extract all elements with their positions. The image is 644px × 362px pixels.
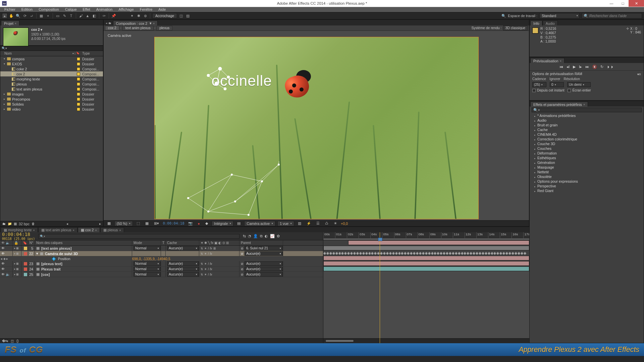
rotate-tool[interactable]: ⤾ [29,13,34,18]
stamp-tool[interactable]: ▲ [85,13,90,18]
viewer-alpha-icon[interactable]: ▩ [106,221,112,226]
timeline-layers[interactable]: 👁▸ ▦5 ▦ [text anim plexus]Normal▾Aucun(e… [0,246,323,338]
timeline-layer[interactable]: 👁▸ ▦5 ▦ [text anim plexus]Normal▾Aucun(e… [0,246,323,251]
project-item[interactable]: morphing texteComposi... [0,76,103,81]
ram-preview-btn[interactable]: ⏵⏵ [607,65,614,69]
effects-category[interactable]: Netteté [530,170,644,174]
timeline-search[interactable]: 🔍▾ [38,234,239,239]
project-item[interactable]: ▸SolidesDossier [0,102,103,107]
motion-blur-icon[interactable]: ◐ [265,234,268,238]
next-frame-btn[interactable]: Ⅰ▸ [579,65,582,69]
timeline-navigator[interactable] [323,338,529,343]
property-row[interactable]: ◂ ◈ ▸💠 Position698,0, -1335,9, -14940,5 [0,256,323,261]
snapping-toggle[interactable]: Accrochage [152,13,177,18]
effects-category[interactable]: Perspective [530,184,644,188]
timeline-icon[interactable]: ☰ [315,221,321,226]
effects-category[interactable]: Red Giant [530,188,644,193]
effects-category[interactable]: Génération [530,160,644,165]
cadence-select[interactable]: (25)▾ [532,82,546,87]
effects-category[interactable]: Déformation [530,151,644,156]
composition-viewer[interactable]: Caméra active [104,31,529,220]
breadcrumb-item[interactable]: plexus [156,26,172,31]
local-axis[interactable]: ✦ [129,13,135,18]
workspace-select[interactable]: Standard▾ [539,13,580,18]
canvas[interactable]: occinelle [154,37,479,219]
grid-options-icon[interactable]: ⊞▾ [152,221,161,226]
menu-fichier[interactable]: Fichier [1,7,18,12]
exposure-value[interactable]: +0,0 [341,222,348,226]
menu-calque[interactable]: Calque [62,7,80,12]
magnification-select[interactable]: (50 %)▾ [114,221,133,226]
resolution-icon[interactable]: ⬚ [135,221,142,226]
text-tool[interactable]: T [68,13,74,18]
effects-tree[interactable]: * Animations prédéfiniesAudioBruit et gr… [530,113,644,343]
toggle-parent-icon[interactable]: {} [16,339,19,343]
brush-tool[interactable]: 🖌 [78,13,84,18]
project-item[interactable]: ▸imagesDossier [0,92,103,97]
fullscreen-checkbox[interactable]: Écran entier [568,88,591,92]
tab-info[interactable]: Info [530,20,542,25]
selection-tool[interactable]: ▴ [2,13,7,18]
timeline-tab[interactable]: ▦ morphing texte × [1,227,38,232]
window-close[interactable]: ✕ [629,0,644,7]
tab-project[interactable]: Projet× [1,20,19,25]
orbit-tool[interactable]: ⟳ [22,13,28,18]
project-columns-header[interactable]: Nom▴ | 🔖 Type [0,51,103,56]
skip-select[interactable]: 0▾ [550,82,564,87]
pixel-aspect-icon[interactable]: ▥ [296,221,303,226]
menu-fenêtre[interactable]: Fenêtre [137,7,156,12]
project-tree[interactable]: ▾composDossier▾EXOSDossiercoke 2Composi.… [0,56,103,221]
resolution-select[interactable]: Un demi▾ [567,82,591,87]
3d-view-select[interactable]: Caméra active▾ [244,221,275,226]
tab-preview[interactable]: Prévisualisation× [530,58,565,63]
snap-grid[interactable]: ▨ [185,13,191,18]
menu-edition[interactable]: Edition [18,7,36,12]
breadcrumb-item[interactable]: text anim plexus [122,26,154,31]
hand-tool[interactable]: ✋ [9,13,14,18]
quality-select[interactable]: Intégrale▾ [212,221,233,226]
menu-affichage[interactable]: Affichage [115,7,137,12]
roto-tool[interactable]: ✑ [101,13,107,18]
effects-category[interactable]: Couches [530,146,644,151]
anchor-tool[interactable]: ⌖ [45,13,51,18]
project-item[interactable]: ▾EXOSDossier [0,61,103,66]
breadcrumb-item[interactable]: cox 2 [105,26,119,31]
eraser-tool[interactable]: ◧ [92,13,97,18]
loop-btn[interactable]: ↻ [600,65,603,69]
menu-animation[interactable]: Animation [93,7,116,12]
current-time-indicator[interactable] [380,232,380,343]
camera-tool[interactable]: ▦ [39,13,44,18]
effects-category[interactable]: CINEMA 4D [530,132,644,137]
effects-category[interactable]: Esthétiques [530,156,644,160]
pen-tool[interactable]: ✎ [62,13,67,18]
effects-search[interactable]: 🔍▾ [532,108,642,112]
last-frame-btn[interactable]: ⏭ [585,65,589,69]
snapshot-icon[interactable]: 📷 [186,221,194,226]
timeline-timecode[interactable]: 0:00:04:18 [2,232,35,237]
interpret-footage-icon[interactable]: 🖿 [2,222,6,226]
effects-category[interactable]: Correction colorimétrique [530,137,644,141]
project-item[interactable]: coke 2Composi... [0,66,103,71]
effects-category[interactable]: Options pour expressions [530,179,644,184]
exposure-reset-icon[interactable]: ☀ [332,221,339,226]
timeline-tracks[interactable] [323,240,529,338]
zoom-tool[interactable]: 🔍 [15,13,21,18]
from-current-checkbox[interactable]: Depuis cet instant [532,88,564,92]
draft3d-icon[interactable]: ◔ [248,234,251,238]
effects-category[interactable]: Audio [530,118,644,123]
first-frame-btn[interactable]: ⏮ [559,65,563,69]
project-item[interactable]: ▸PrecomposDossier [0,97,103,102]
timeline-layer[interactable]: 👁▸ ▦24 ▦ Plexus traitNormal▾Aucun(e)▾↯✶/… [0,266,323,272]
effects-category[interactable]: Obsolète [530,174,644,179]
comp-mini-flow-icon[interactable]: ⇆ [243,234,246,238]
timeline-layer[interactable]: 👁▸ ▦23 ▦ [plexus text]Normal▾Aucun(e)▾↯✶… [0,261,323,266]
effects-category[interactable]: Bruit et grain [530,123,644,127]
effects-category[interactable]: Cache [530,127,644,132]
menu-composition[interactable]: Composition [36,7,62,12]
bpc-toggle[interactable]: 32 bpc [19,222,30,226]
views-layout-select[interactable]: 1 vue▾ [277,221,294,226]
menu-aide[interactable]: Aide [155,7,169,12]
project-item[interactable]: ▾composDossier [0,56,103,61]
new-folder-icon[interactable]: 📁 [8,222,12,226]
timeline-tab[interactable]: ▦ plexus × [100,227,124,232]
